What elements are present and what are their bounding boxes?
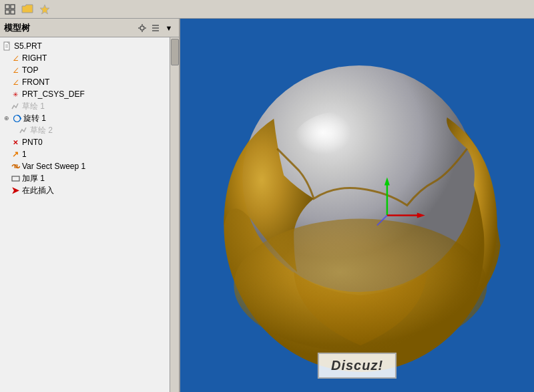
- tree-item-thicken1[interactable]: 加厚 1: [0, 172, 179, 184]
- tree-item-thicken1-label: 加厚 1: [22, 173, 45, 184]
- svg-rect-21: [12, 176, 19, 181]
- svg-rect-1: [11, 5, 15, 9]
- main-container: 模型树: [0, 19, 534, 392]
- tree-item-csys[interactable]: ✳ PRT_CSYS_DEF: [0, 88, 179, 100]
- tree-item-file[interactable]: S5.PRT: [0, 40, 179, 52]
- tree-item-right-label: RIGHT: [22, 53, 47, 63]
- thicken1-icon: [11, 174, 20, 183]
- panel-title: 模型树: [4, 22, 30, 34]
- tree-item-pnt0-label: PNT0: [22, 138, 43, 147]
- discuz-watermark: Discuz!: [318, 353, 396, 379]
- panel-settings-icon[interactable]: [136, 22, 148, 34]
- tree-item-insert-label: 在此插入: [22, 185, 54, 196]
- tree-item-sketch1[interactable]: 草绘 1: [0, 100, 179, 112]
- revolve1-icon: [12, 114, 21, 123]
- tree-item-file-label: S5.PRT: [14, 41, 42, 51]
- tree-item-pnt0[interactable]: ✕ PNT0: [0, 136, 179, 148]
- tree-item-axis1[interactable]: ↗ 1: [0, 148, 179, 160]
- tree-item-sweep1[interactable]: Var Sect Sweep 1: [0, 160, 179, 172]
- axis1-icon: ↗: [11, 150, 20, 159]
- panel-list-icon[interactable]: [150, 22, 162, 34]
- right-plane-icon: ∠: [11, 53, 20, 63]
- svg-rect-0: [5, 5, 9, 9]
- file-icon: [3, 41, 12, 51]
- tree-item-sketch2[interactable]: 草绘 2: [0, 124, 179, 136]
- svg-rect-2: [5, 10, 9, 14]
- tree-item-front-label: FRONT: [22, 77, 49, 87]
- panel-header: 模型树: [0, 19, 179, 37]
- csys-icon: ✳: [11, 89, 20, 99]
- top-plane-icon: ∠: [11, 65, 20, 75]
- tree-item-revolve1-label: 旋转 1: [23, 113, 46, 124]
- top-toolbar: [0, 0, 534, 19]
- svg-point-26: [234, 218, 487, 352]
- viewport-canvas: Discuz!: [180, 19, 534, 392]
- tree-item-axis1-label: 1: [22, 150, 27, 159]
- sweep1-icon: [11, 162, 20, 171]
- viewport-panel[interactable]: Discuz!: [180, 19, 534, 392]
- tree-item-top-label: TOP: [22, 65, 38, 75]
- sketch1-icon: [11, 102, 20, 111]
- tree-item-top[interactable]: ∠ TOP: [0, 64, 179, 76]
- front-plane-icon: ∠: [11, 77, 20, 87]
- revolve1-expand-icon: ⊕: [3, 114, 11, 122]
- pnt0-icon: ✕: [11, 138, 20, 147]
- tree-scrollbar[interactable]: [170, 37, 179, 392]
- tree-item-sketch1-label: 草绘 1: [22, 101, 45, 112]
- model-tree-panel: 模型树: [0, 19, 180, 392]
- tree-item-csys-label: PRT_CSYS_DEF: [22, 89, 85, 99]
- toolbar-grid-icon[interactable]: [3, 2, 17, 17]
- 3d-scene-svg: [180, 19, 534, 392]
- tree-item-insert[interactable]: ➤ 在此插入: [0, 184, 179, 196]
- tree-item-right[interactable]: ∠ RIGHT: [0, 52, 179, 64]
- tree-item-sweep1-label: Var Sect Sweep 1: [22, 162, 85, 171]
- tree-content: S5.PRT ∠ RIGHT ∠ TOP ∠ FRONT ✳ PRT_CSYS_…: [0, 37, 179, 392]
- svg-marker-19: [20, 117, 21, 120]
- sketch2-icon: [19, 126, 28, 135]
- svg-point-5: [140, 26, 144, 30]
- panel-dropdown-icon[interactable]: ▼: [163, 22, 175, 34]
- svg-rect-3: [11, 10, 15, 14]
- insert-icon: ➤: [11, 186, 20, 195]
- toolbar-folder-icon[interactable]: [20, 2, 35, 17]
- panel-header-icons: ▼: [136, 22, 175, 34]
- toolbar-star-icon[interactable]: [37, 2, 52, 17]
- tree-item-sketch2-label: 草绘 2: [30, 125, 53, 136]
- scrollbar-thumb[interactable]: [171, 39, 179, 65]
- tree-item-revolve1[interactable]: ⊕ 旋转 1: [0, 112, 179, 124]
- tree-item-front[interactable]: ∠ FRONT: [0, 76, 179, 88]
- svg-marker-4: [40, 5, 49, 14]
- svg-point-25: [290, 112, 384, 186]
